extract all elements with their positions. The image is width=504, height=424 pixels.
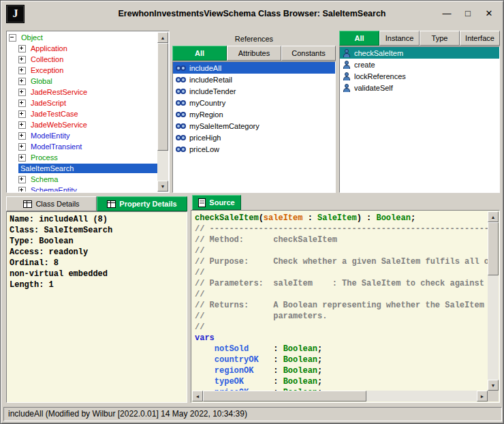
code-line: countryOK : Boolean; — [195, 354, 485, 365]
tree-item-label: JadeTestCase — [29, 109, 80, 119]
tree-item-JadeTestCase[interactable]: JadeTestCase — [7, 108, 157, 119]
tree-item-ModelTransient[interactable]: ModelTransient — [7, 141, 157, 152]
close-button[interactable]: ✕ — [482, 7, 496, 19]
plus-expander-icon[interactable] — [18, 154, 26, 162]
tree-item-Application[interactable]: Application — [7, 43, 157, 54]
reference-item-myRegion[interactable]: myRegion — [173, 108, 335, 120]
method-item-validateSelf[interactable]: validateSelf — [340, 82, 499, 93]
scrollbar-thumb[interactable] — [488, 222, 499, 275]
scroll-down-icon[interactable] — [488, 380, 499, 391]
tree-item-Process[interactable]: Process — [7, 152, 157, 163]
class-tree: ObjectApplicationCollectionExceptionGlob… — [7, 32, 157, 192]
tab-references-constants[interactable]: Constants — [281, 46, 336, 61]
method-item-checkSaleItem[interactable]: checkSaleItem — [340, 47, 499, 59]
code-line: vars — [195, 333, 485, 344]
plus-expander-icon[interactable] — [18, 78, 26, 85]
method-item-label: create — [354, 61, 375, 69]
scrollbar-thumb[interactable] — [203, 391, 366, 402]
scroll-down-icon[interactable] — [157, 181, 168, 192]
plus-expander-icon[interactable] — [18, 45, 26, 52]
method-item-lockReferences[interactable]: lockReferences — [340, 70, 499, 82]
tab-label: All — [354, 34, 364, 42]
tree-item-JadeRestService[interactable]: JadeRestService — [7, 87, 157, 97]
method-item-label: lockReferences — [354, 72, 406, 80]
method-item-create[interactable]: create — [340, 59, 499, 70]
tab-class-details[interactable]: Class Details — [6, 196, 97, 211]
scroll-up-icon[interactable] — [488, 211, 499, 222]
reference-item-label: myRegion — [189, 110, 223, 119]
plus-expander-icon[interactable] — [18, 143, 26, 151]
tab-references-all[interactable]: All — [172, 46, 227, 61]
tree-item-Collection[interactable]: Collection — [7, 54, 157, 65]
tab-methods-type[interactable]: Type — [420, 31, 460, 46]
class-tree-panel: ObjectApplicationCollectionExceptionGlob… — [6, 31, 170, 193]
reference-item-priceLow[interactable]: priceLow — [173, 143, 335, 155]
scroll-right-icon[interactable] — [477, 391, 488, 402]
tab-methods-instance[interactable]: Instance — [379, 31, 420, 46]
reference-item-priceHigh[interactable]: priceHigh — [173, 132, 335, 143]
source-tab-row: Source — [192, 195, 241, 210]
source-vertical-scrollbar[interactable] — [488, 211, 499, 391]
tree-item-Global[interactable]: Global — [7, 76, 157, 87]
title-bar[interactable]: J ErewhonInvestmentsViewSchema Class Bro… — [3, 3, 501, 25]
window-title: ErewhonInvestmentsViewSchema Class Brows… — [3, 9, 501, 18]
maximize-button[interactable]: □ — [461, 7, 475, 19]
plus-expander-icon[interactable] — [18, 56, 26, 63]
tab-label: Class Details — [35, 200, 79, 208]
tab-property-details[interactable]: Property Details — [97, 196, 187, 211]
scrollbar-thumb[interactable] — [157, 43, 168, 151]
jade-logo-icon: J — [6, 5, 25, 23]
method-item-label: checkSaleItem — [354, 49, 403, 57]
reference-item-label: priceHigh — [189, 134, 221, 142]
references-header: References — [172, 32, 336, 46]
tree-item-SchemaEntity[interactable]: SchemaEntity — [7, 185, 157, 192]
source-code[interactable]: checkSaleItem(saleItem : SaleItem) : Boo… — [192, 211, 488, 391]
tab-label: All — [195, 49, 204, 57]
reference-item-includeRetail[interactable]: includeRetail — [173, 74, 335, 85]
plus-expander-icon[interactable] — [18, 110, 26, 118]
tree-item-Exception[interactable]: Exception — [7, 65, 157, 76]
code-line: // Parameters: saleItem : The SaleItem t… — [195, 278, 485, 289]
source-horizontal-scrollbar[interactable] — [192, 391, 488, 402]
tree-item-ModelEntity[interactable]: ModelEntity — [7, 130, 157, 141]
tree-item-Schema[interactable]: Schema — [7, 174, 157, 185]
details-tabs: Class Details Property Details — [6, 196, 187, 211]
reference-item-mySaleItemCategory[interactable]: mySaleItemCategory — [173, 120, 335, 132]
plus-expander-icon[interactable] — [18, 100, 26, 107]
plus-expander-icon[interactable] — [18, 121, 26, 129]
method-icon — [343, 61, 351, 69]
plus-expander-icon[interactable] — [18, 89, 26, 96]
code-line: regionOK : Boolean; — [195, 365, 485, 376]
reference-item-includeTender[interactable]: includeTender — [173, 85, 335, 97]
scroll-left-icon[interactable] — [192, 391, 203, 402]
tab-source[interactable]: Source — [192, 195, 241, 210]
minimize-button[interactable]: — — [440, 7, 454, 19]
plus-expander-icon[interactable] — [18, 67, 26, 74]
tree-item-SaleItemSearch[interactable]: SaleItemSearch — [7, 163, 157, 174]
detail-line: Class: SaleItemSearch — [10, 225, 184, 236]
tree-item-Object[interactable]: Object — [7, 32, 157, 43]
tree-item-JadeScript[interactable]: JadeScript — [7, 97, 157, 108]
tab-methods-all[interactable]: All — [339, 31, 379, 46]
plus-expander-icon[interactable] — [18, 132, 26, 140]
tab-methods-interface[interactable]: Interface — [460, 31, 500, 46]
plus-expander-icon[interactable] — [18, 187, 26, 192]
code-line: // parameters. — [195, 311, 485, 322]
scrollbar-corner — [488, 391, 499, 402]
source-editor-panel[interactable]: checkSaleItem(saleItem : SaleItem) : Boo… — [191, 210, 500, 403]
scroll-up-icon[interactable] — [157, 32, 168, 43]
class-tree-scrollbar[interactable] — [157, 32, 168, 192]
references-list: includeAllincludeRetailincludeTendermyCo… — [172, 61, 336, 193]
tab-label: Property Details — [119, 200, 176, 208]
tab-references-attributes[interactable]: Attributes — [227, 46, 281, 61]
reference-item-includeAll[interactable]: includeAll — [173, 62, 335, 74]
methods-tabs: All Instance Type Interface — [339, 31, 500, 46]
reference-item-label: includeRetail — [189, 76, 232, 84]
detail-line: non-virtual embedded — [10, 269, 184, 279]
plus-expander-icon[interactable] — [18, 176, 26, 183]
reference-item-myCountry[interactable]: myCountry — [173, 97, 335, 108]
tree-item-label: JadeWebService — [29, 120, 89, 130]
property-icon — [176, 76, 186, 83]
tree-item-JadeWebService[interactable]: JadeWebService — [7, 119, 157, 130]
minus-expander-icon[interactable] — [9, 34, 16, 42]
